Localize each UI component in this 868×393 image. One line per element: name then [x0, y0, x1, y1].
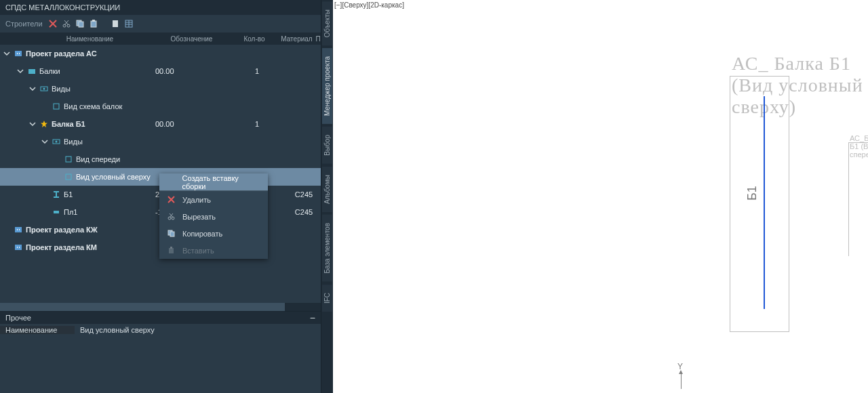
column-name[interactable]: Наименование	[27, 35, 153, 43]
svg-rect-9	[92, 20, 95, 22]
cell-material: С245	[287, 208, 321, 216]
b1-label: Б1	[745, 186, 760, 201]
side-tabs: Объекты Менеджер проекта Выбор Альбомы Б…	[321, 0, 333, 393]
property-key: Наименование	[0, 326, 75, 334]
svg-rect-28	[15, 227, 22, 232]
tree-label: Проект раздела АС	[26, 49, 97, 58]
cut-icon[interactable]	[62, 19, 71, 28]
project-icon	[14, 49, 23, 58]
context-menu: Создать вставку сборки Удалить Вырезать …	[159, 173, 268, 259]
ctx-paste: Вставить	[159, 242, 268, 259]
svg-rect-25	[66, 157, 71, 162]
svg-rect-41	[170, 232, 174, 236]
cell-designation: 00.00	[155, 120, 233, 128]
column-designation[interactable]: Обозначение	[153, 35, 231, 43]
collapse-icon[interactable]: −	[310, 314, 315, 321]
side-tab-ifc[interactable]: IFC	[322, 285, 332, 312]
panel-title-bar: СПДС МЕТАЛЛОКОНСТРУКЦИИ	[0, 0, 321, 15]
paste-icon[interactable]	[89, 19, 98, 28]
ctx-copy[interactable]: Копировать	[159, 225, 268, 242]
svg-rect-31	[15, 245, 22, 250]
ibeam-icon	[52, 190, 61, 199]
tree-row-vid-schema[interactable]: Вид схема балок	[0, 98, 321, 115]
chevron-down-icon[interactable]	[41, 138, 49, 146]
chevron-down-icon[interactable]	[28, 85, 37, 93]
horizontal-scrollbar[interactable]	[0, 303, 321, 311]
svg-rect-43	[170, 247, 172, 249]
panel-title: СПДС МЕТАЛЛОКОНСТРУКЦИИ	[5, 3, 120, 12]
ctx-create-assembly-insert[interactable]: Создать вставку сборки	[159, 173, 268, 190]
tree-row-vidy-2[interactable]: Виды	[0, 133, 321, 150]
tree-label: Проект раздела КМ	[26, 243, 97, 251]
document-tab-label: [−][Сверху][2D-каркас]	[334, 1, 404, 9]
tree-label: Виды	[52, 85, 71, 93]
table-icon[interactable]	[124, 19, 134, 28]
tree-label: Балка Б1	[52, 120, 85, 128]
svg-rect-33	[19, 247, 20, 248]
tree-label: Виды	[64, 138, 83, 146]
views-icon	[39, 84, 49, 94]
svg-rect-7	[79, 22, 83, 27]
tree-label: Вид спереди	[76, 155, 120, 163]
cut-icon	[166, 212, 176, 222]
column-qty[interactable]: Кол-во	[231, 35, 278, 43]
scrollbar-thumb[interactable]	[0, 303, 285, 311]
side-tab-project-manager[interactable]: Менеджер проекта	[322, 48, 332, 124]
property-row[interactable]: Наименование Вид условный сверху	[0, 324, 321, 336]
left-panel: СПДС МЕТАЛЛОКОНСТРУКЦИИ Строители Наимен…	[0, 0, 321, 393]
cell-qty: 1	[233, 67, 281, 75]
cell-qty: 1	[233, 120, 281, 128]
svg-rect-30	[19, 229, 20, 230]
side-tab-albums[interactable]: Альбомы	[322, 167, 332, 212]
view-icon	[64, 172, 73, 182]
svg-rect-21	[54, 104, 59, 109]
drawing-canvas[interactable]: [−][Сверху][2D-каркас] АС_ Балка Б1 (Вид…	[333, 0, 868, 393]
properties-panel: Прочее − Наименование Вид условный сверх…	[0, 311, 321, 393]
project-icon	[14, 225, 23, 234]
tree-row-balka-b1[interactable]: Балка Б1 00.00 1	[0, 115, 321, 133]
side-tab-selection[interactable]: Выбор	[322, 127, 332, 164]
paste-icon	[166, 246, 176, 255]
delete-icon[interactable]	[48, 19, 58, 28]
tree-columns-header: Наименование Обозначение Кол-во Материал…	[0, 33, 321, 45]
svg-point-20	[43, 88, 45, 90]
column-s[interactable]: П	[315, 35, 321, 43]
tree-label: Вид схема балок	[64, 102, 122, 110]
toolbar: Строители	[0, 15, 321, 33]
copy-icon	[166, 229, 176, 239]
beam-top-line	[764, 96, 765, 309]
tree-label: Пл1	[64, 208, 77, 216]
ctx-cut[interactable]: Вырезать	[159, 208, 268, 225]
new-icon[interactable]	[111, 19, 120, 28]
chevron-down-icon[interactable]	[16, 67, 24, 75]
chevron-down-icon[interactable]	[28, 120, 37, 128]
tree-row-vidy[interactable]: Виды	[0, 80, 321, 98]
toolbar-label: Строители	[5, 20, 43, 28]
properties-title: Прочее	[5, 314, 31, 322]
star-icon	[39, 119, 49, 129]
tree-row-project-ac[interactable]: Проект раздела АС	[0, 45, 321, 62]
view-icon	[52, 102, 61, 111]
svg-rect-16	[17, 53, 18, 54]
view-frame-top	[730, 76, 789, 332]
column-material[interactable]: Материал	[278, 35, 315, 43]
tree-row-vid-speredi[interactable]: Вид спереди	[0, 150, 321, 168]
tree-label: Балки	[39, 67, 60, 75]
folder-icon	[27, 66, 37, 76]
svg-rect-8	[91, 21, 96, 27]
copy-icon[interactable]	[75, 19, 85, 28]
side-tab-objects[interactable]: Объекты	[322, 1, 332, 45]
side-tab-element-db[interactable]: База элементов	[322, 215, 332, 282]
tree-row-balki[interactable]: Балки 00.00 1	[0, 62, 321, 80]
chevron-down-icon[interactable]	[3, 49, 11, 58]
svg-rect-26	[66, 174, 71, 180]
cell-designation: 00.00	[155, 67, 233, 75]
project-icon	[14, 243, 23, 252]
svg-rect-15	[15, 51, 22, 56]
ctx-delete[interactable]: Удалить	[159, 191, 268, 208]
view-frame-front	[848, 142, 868, 256]
delete-icon	[166, 195, 176, 205]
svg-rect-32	[17, 247, 18, 248]
plate-icon	[52, 207, 61, 217]
svg-rect-42	[169, 248, 174, 253]
